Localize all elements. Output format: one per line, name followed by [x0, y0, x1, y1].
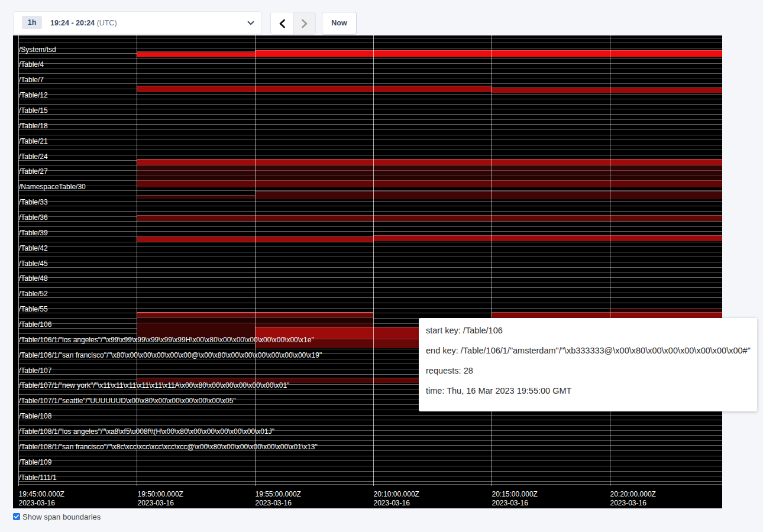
svg-text:/Table/106/1/"los angeles"/"\x: /Table/106/1/"los angeles"/"\x99\x99\x99… [19, 336, 314, 344]
svg-text:/Table/21: /Table/21 [19, 137, 48, 145]
svg-text:/NamespaceTable/30: /NamespaceTable/30 [19, 183, 86, 191]
svg-text:2023-03-16: 2023-03-16 [374, 499, 410, 507]
svg-text:/Table/24: /Table/24 [19, 153, 48, 161]
svg-text:/Table/36: /Table/36 [19, 213, 48, 222]
svg-text:/Table/39: /Table/39 [19, 229, 48, 237]
svg-text:/Table/108/1/"san francisco"/": /Table/108/1/"san francisco"/"\x8c\xcc\x… [19, 443, 318, 451]
svg-text:2023-03-16: 2023-03-16 [138, 499, 174, 507]
svg-text:/Table/15: /Table/15 [19, 106, 48, 115]
svg-text:/Table/106: /Table/106 [19, 320, 52, 329]
svg-text:/Table/33: /Table/33 [19, 198, 48, 206]
svg-text:2023-03-16: 2023-03-16 [610, 499, 647, 507]
svg-text:19:55:00.000Z: 19:55:00.000Z [256, 490, 301, 498]
svg-text:/Table/45: /Table/45 [19, 259, 48, 268]
svg-text:20:20:00.000Z: 20:20:00.000Z [610, 490, 656, 498]
svg-text:/Table/48: /Table/48 [19, 274, 48, 283]
svg-text:/Table/42: /Table/42 [19, 244, 48, 252]
svg-text:/Table/107/1/"seattle"/"UUUUUU: /Table/107/1/"seattle"/"UUUUUUD\x00\x80\… [19, 397, 236, 405]
svg-text:/Table/18: /Table/18 [19, 122, 48, 130]
svg-text:2023-03-16: 2023-03-16 [256, 499, 292, 507]
svg-text:/System/tsd: /System/tsd [19, 46, 56, 54]
svg-text:2023-03-16: 2023-03-16 [492, 499, 529, 507]
svg-text:/Table/111/1: /Table/111/1 [19, 473, 57, 482]
svg-text:/Table/107/1/"new york"/"\x11\: /Table/107/1/"new york"/"\x11\x11\x11\x1… [19, 381, 289, 390]
svg-text:/Table/108/1/"los angeles"/"\x: /Table/108/1/"los angeles"/"\xa8\xf5\u00… [19, 427, 274, 436]
svg-text:19:45:00.000Z: 19:45:00.000Z [19, 490, 64, 498]
svg-text:/Table/106/1/"san francisco"/": /Table/106/1/"san francisco"/"\x80\x00\x… [19, 351, 322, 359]
svg-text:/Table/55: /Table/55 [19, 305, 48, 313]
svg-text:/Table/7: /Table/7 [19, 76, 44, 84]
svg-text:/Table/4: /Table/4 [19, 60, 44, 69]
svg-text:/Table/108: /Table/108 [19, 412, 52, 420]
svg-text:20:10:00.000Z: 20:10:00.000Z [374, 490, 419, 498]
svg-text:2023-03-16: 2023-03-16 [19, 499, 56, 507]
svg-text:/Table/107: /Table/107 [19, 366, 52, 375]
svg-text:20:15:00.000Z: 20:15:00.000Z [492, 490, 538, 498]
svg-text:/Table/12: /Table/12 [19, 91, 48, 99]
svg-text:/Table/109: /Table/109 [19, 458, 52, 466]
svg-text:/Table/27: /Table/27 [19, 167, 48, 176]
svg-text:/Table/52: /Table/52 [19, 290, 48, 298]
svg-text:19:50:00.000Z: 19:50:00.000Z [138, 490, 183, 498]
